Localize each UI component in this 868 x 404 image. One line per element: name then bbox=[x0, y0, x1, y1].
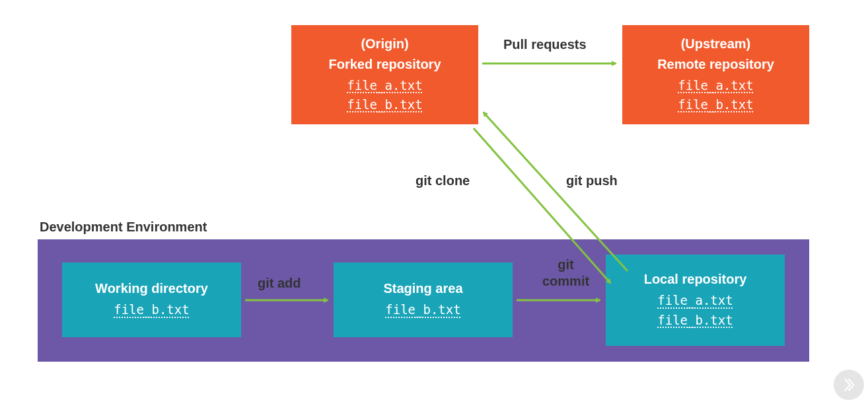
working-dir-title: Working directory bbox=[95, 280, 208, 298]
upstream-title-line1: (Upstream) bbox=[681, 35, 751, 53]
dev-env-label: Development Environment bbox=[40, 220, 207, 235]
origin-forked-repo-box: (Origin) Forked repository file_a.txt fi… bbox=[291, 25, 478, 124]
origin-title-line1: (Origin) bbox=[361, 35, 408, 53]
upstream-remote-repo-box: (Upstream) Remote repository file_a.txt … bbox=[622, 25, 809, 124]
upstream-file-a: file_a.txt bbox=[678, 76, 753, 95]
git-add-label: git add bbox=[258, 276, 301, 291]
pull-requests-label: Pull requests bbox=[503, 37, 587, 52]
localrepo-title: Local repository bbox=[644, 270, 747, 288]
staging-area-box: Staging area file_b.txt bbox=[334, 263, 513, 337]
localrepo-file-b: file_b.txt bbox=[657, 311, 733, 330]
watermark-icon bbox=[834, 370, 864, 400]
upstream-file-b: file_b.txt bbox=[678, 95, 753, 114]
origin-file-b: file_b.txt bbox=[347, 95, 422, 114]
working-directory-box: Working directory file_b.txt bbox=[62, 263, 241, 337]
local-repo-box: Local repository file_a.txt file_b.txt bbox=[606, 255, 785, 346]
staging-title: Staging area bbox=[383, 280, 462, 298]
localrepo-file-a: file_a.txt bbox=[657, 291, 733, 310]
origin-file-a: file_a.txt bbox=[347, 76, 422, 95]
git-commit-l1: git bbox=[558, 257, 573, 272]
origin-title-line2: Forked repository bbox=[328, 56, 441, 73]
working-dir-file: file_b.txt bbox=[114, 300, 189, 319]
git-commit-l2: commit bbox=[542, 274, 589, 288]
upstream-title-line2: Remote repository bbox=[657, 56, 774, 73]
git-workflow-diagram: (Origin) Forked repository file_a.txt fi… bbox=[0, 0, 868, 404]
staging-file: file_b.txt bbox=[385, 300, 460, 319]
git-clone-label: git clone bbox=[416, 173, 470, 188]
git-commit-label: git commit bbox=[542, 257, 589, 290]
git-push-label: git push bbox=[566, 173, 618, 188]
